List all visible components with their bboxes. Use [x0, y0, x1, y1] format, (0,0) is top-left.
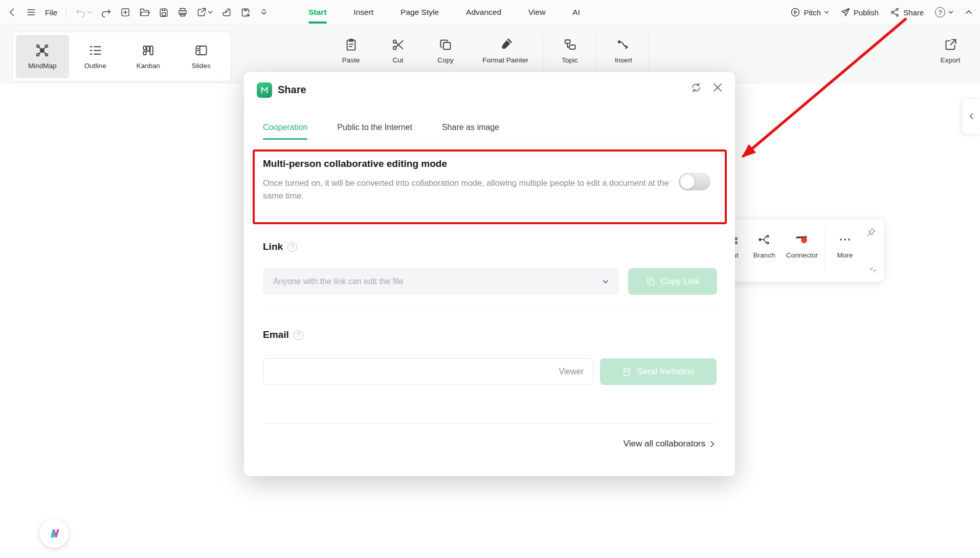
- more-dots-icon: [838, 233, 852, 246]
- mode-mindmap[interactable]: MindMap: [16, 35, 69, 78]
- pin-icon: [866, 227, 876, 237]
- toggle-knob: [680, 175, 695, 189]
- tab-public-to-internet[interactable]: Public to the Internet: [337, 115, 412, 139]
- export-button[interactable]: Export: [926, 38, 975, 64]
- branch-button[interactable]: Branch: [749, 233, 779, 259]
- email-section-label: Email ?: [263, 329, 303, 340]
- active-tab-underline: [308, 22, 327, 24]
- refresh-button[interactable]: [690, 81, 702, 94]
- format-painter-icon: [499, 38, 513, 52]
- file-menu-label: File: [45, 8, 57, 17]
- close-button[interactable]: [711, 81, 724, 94]
- footer-divider: [263, 423, 716, 424]
- collaboration-mode-description: Once turned on, it will be converted int…: [263, 177, 672, 202]
- ai-assistant-badge[interactable]: [40, 519, 69, 548]
- cut-icon: [391, 38, 405, 52]
- branch-icon: [758, 233, 770, 246]
- help-icon: ?: [935, 7, 945, 17]
- tab-share-as-image[interactable]: Share as image: [442, 115, 499, 139]
- pitch-caret-icon: [824, 10, 829, 15]
- floating-toolbar: out Branch Connector More: [715, 219, 884, 282]
- copy-link-icon: [646, 277, 656, 287]
- topic-button[interactable]: Topic: [545, 38, 594, 64]
- paste-button[interactable]: Paste: [326, 38, 375, 64]
- email-label: Email: [263, 329, 289, 340]
- chevron-left-icon: [967, 112, 976, 121]
- cut-label: Cut: [392, 56, 403, 64]
- pitch-button[interactable]: Pitch: [790, 7, 829, 17]
- new-file-button[interactable]: [120, 7, 130, 17]
- right-panel-expand-tab[interactable]: [962, 98, 980, 134]
- format-painter-label: Format Painter: [482, 56, 528, 64]
- copy-label: Copy: [437, 56, 454, 64]
- help-button[interactable]: ?: [935, 7, 953, 17]
- mode-outline-label: Outline: [84, 62, 106, 70]
- email-help-icon[interactable]: ?: [294, 330, 303, 340]
- tab-advanced[interactable]: Advanced: [465, 0, 502, 25]
- undo-button[interactable]: [75, 7, 92, 18]
- send-invitation-button[interactable]: Send Invitation: [600, 358, 717, 385]
- tab-cooperation-label: Cooperation: [263, 123, 307, 132]
- insert-button[interactable]: Insert: [599, 38, 648, 64]
- collaboration-toggle[interactable]: [679, 173, 710, 190]
- collapse-toolbar-corner-icon[interactable]: [870, 266, 877, 273]
- email-input[interactable]: [272, 359, 527, 384]
- collapse-ribbon-button[interactable]: [965, 8, 973, 16]
- insert-label: Insert: [615, 56, 632, 64]
- back-button[interactable]: [7, 7, 17, 17]
- tab-start-label: Start: [308, 8, 326, 17]
- share-nodes-icon: [890, 7, 900, 17]
- tab-view[interactable]: View: [527, 0, 546, 25]
- mode-mindmap-label: MindMap: [28, 62, 57, 70]
- tab-insert[interactable]: Insert: [352, 0, 374, 25]
- mode-slides[interactable]: Slides: [175, 35, 228, 78]
- save-button[interactable]: [159, 7, 169, 17]
- open-file-button[interactable]: [139, 7, 150, 18]
- tab-start[interactable]: Start: [307, 0, 327, 25]
- chevron-up-icon: [965, 8, 973, 16]
- refresh-icon: [690, 81, 702, 94]
- tab-cooperation[interactable]: Cooperation: [263, 115, 307, 139]
- mode-kanban[interactable]: Kanban: [122, 35, 175, 78]
- quick-share-button[interactable]: [196, 7, 213, 17]
- copy-link-button[interactable]: Copy Link: [628, 268, 717, 295]
- export-icon: [944, 38, 957, 52]
- tab-advanced-label: Advanced: [466, 8, 501, 17]
- menu-tab-bar: Start Insert Page Style Advanced View AI: [307, 0, 581, 25]
- ribbon-separator: [596, 33, 596, 73]
- import-button[interactable]: [221, 7, 232, 17]
- link-section-label: Link ?: [263, 241, 297, 252]
- more-label: More: [837, 251, 853, 259]
- main-menu-icon[interactable]: [26, 7, 36, 17]
- cut-button[interactable]: Cut: [373, 38, 422, 64]
- publish-button[interactable]: Publish: [840, 7, 879, 17]
- role-selector[interactable]: Viewer: [559, 359, 584, 384]
- topic-label: Topic: [562, 56, 578, 64]
- link-permission-dropdown[interactable]: Anyone with the link can edit the file: [263, 268, 619, 295]
- link-help-icon[interactable]: ?: [287, 242, 297, 252]
- view-all-collaborators-link[interactable]: View all collaborators: [623, 439, 716, 449]
- collaboration-mode-title: Multi-person collaborative editing mode: [263, 158, 447, 169]
- link-label: Link: [263, 241, 283, 252]
- top-bar: File Start Insert Page Style Advanced Vi…: [0, 0, 980, 25]
- play-circle-icon: [790, 7, 800, 17]
- collapse-toolbar-button[interactable]: [260, 8, 268, 16]
- tab-page-style[interactable]: Page Style: [399, 0, 440, 25]
- more-button[interactable]: More: [830, 233, 860, 259]
- file-menu[interactable]: File: [45, 8, 57, 17]
- mode-outline[interactable]: Outline: [69, 35, 122, 78]
- publish-label: Publish: [854, 8, 879, 17]
- share-button[interactable]: Share: [890, 7, 924, 17]
- tab-insert-label: Insert: [353, 8, 373, 17]
- tab-public-label: Public to the Internet: [337, 123, 412, 132]
- tab-ai[interactable]: AI: [571, 0, 581, 25]
- redo-button[interactable]: [101, 7, 112, 18]
- save-as-button[interactable]: [240, 7, 251, 18]
- format-painter-button[interactable]: Format Painter: [481, 38, 530, 64]
- connector-button[interactable]: Connector: [782, 233, 822, 259]
- invitation-icon: [622, 367, 632, 377]
- print-button[interactable]: [177, 7, 188, 17]
- pin-toolbar-button[interactable]: [866, 227, 876, 237]
- copy-button[interactable]: Copy: [421, 38, 470, 64]
- view-all-collaborators-label: View all collaborators: [623, 439, 705, 449]
